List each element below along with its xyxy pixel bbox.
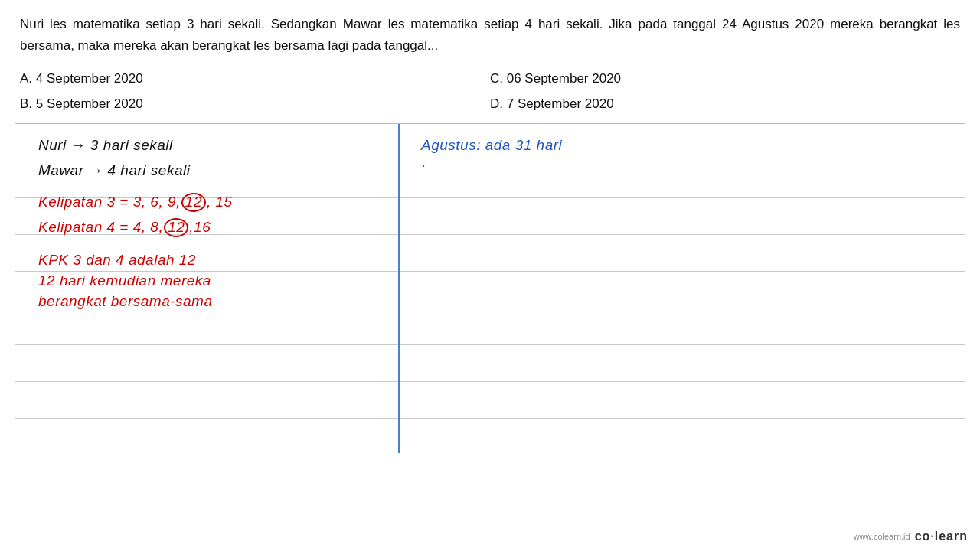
h-line-8 — [15, 418, 965, 419]
left-line2: Mawar → 4 hari sekali — [38, 163, 390, 178]
logo-area: www.colearn.id co·learn — [854, 530, 968, 543]
h-line-7 — [15, 381, 965, 382]
vertical-divider — [398, 124, 400, 453]
choices-right: C. 06 September 2020 D. 7 September 2020 — [490, 67, 960, 117]
left-line1: Nuri → 3 hari sekali — [38, 138, 390, 152]
choice-d: D. 7 September 2020 — [490, 93, 960, 116]
logo-url: www.colearn.id — [854, 532, 910, 541]
kpk-line3: berangkat bersama-sama — [38, 294, 390, 308]
kpk-section: KPK 3 dan 4 adalah 12 12 hari kemudian m… — [38, 253, 390, 308]
main-container: Nuri les matematika setiap 3 hari sekali… — [0, 0, 980, 551]
choice-c: C. 06 September 2020 — [490, 67, 960, 91]
work-area: Nuri → 3 hari sekali Mawar → 4 hari seka… — [15, 124, 965, 453]
left-line4: Kelipatan 4 = 4, 8,12,16 — [38, 218, 390, 237]
right-line1: Agustus: ada 31 hari — [421, 138, 965, 152]
left-panel: Nuri → 3 hari sekali Mawar → 4 hari seka… — [38, 132, 390, 313]
choices-row: A. 4 September 2020 B. 5 September 2020 … — [15, 67, 965, 117]
logo-dot: · — [930, 530, 934, 543]
choice-b: B. 5 September 2020 — [20, 93, 490, 116]
kpk-line2: 12 hari kemudian mereka — [38, 273, 390, 288]
left-line3: Kelipatan 3 = 3, 6, 9,12, 15 — [38, 193, 390, 212]
right-panel: Agustus: ada 31 hari · — [421, 132, 965, 178]
right-dot: · — [421, 157, 965, 174]
circle-12-b: 12 — [164, 218, 188, 237]
circle-12-a: 12 — [181, 193, 206, 212]
h-line-6 — [15, 344, 965, 345]
question-text: Nuri les matematika setiap 3 hari sekali… — [15, 14, 965, 57]
choice-a: A. 4 September 2020 — [20, 67, 490, 91]
logo-brand: co·learn — [915, 530, 968, 543]
kpk-line1: KPK 3 dan 4 adalah 12 — [38, 253, 390, 267]
choices-left: A. 4 September 2020 B. 5 September 2020 — [20, 67, 490, 117]
question-body: Nuri les matematika setiap 3 hari sekali… — [20, 17, 960, 53]
